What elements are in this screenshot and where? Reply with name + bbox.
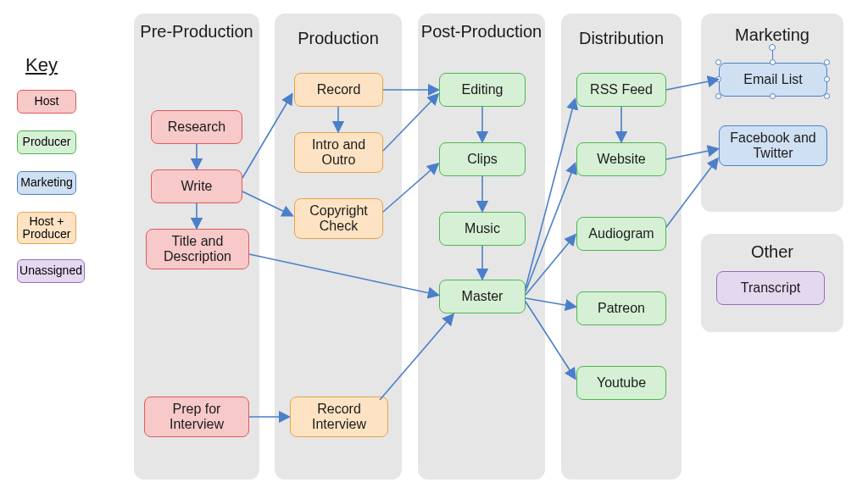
node-fbtwitter[interactable]: Facebook and Twitter (719, 125, 827, 166)
key-marketing: Marketing (17, 171, 76, 195)
node-rssfeed[interactable]: RSS Feed (576, 73, 666, 107)
selection-handle-w[interactable] (715, 76, 721, 82)
node-copyright[interactable]: Copyright Check (294, 198, 383, 239)
key-producer: Producer (17, 130, 76, 154)
selection-handle-se[interactable] (824, 93, 830, 99)
selection-rotate-handle[interactable] (769, 44, 776, 51)
key-title: Key (25, 54, 58, 76)
node-youtube[interactable]: Youtube (576, 366, 666, 400)
node-recordint[interactable]: Record Interview (290, 396, 388, 437)
node-titledesc[interactable]: Title and Description (146, 229, 249, 269)
node-introoutro[interactable]: Intro and Outro (294, 132, 383, 173)
node-editing[interactable]: Editing (439, 73, 526, 107)
col-title-dist: Distribution (561, 29, 682, 47)
selection-handle-nw[interactable] (715, 59, 721, 65)
selection-handle-s[interactable] (770, 93, 776, 99)
node-research[interactable]: Research (151, 110, 242, 144)
node-transcript[interactable]: Transcript (716, 271, 825, 305)
col-title-preprod: Pre-Production (134, 22, 259, 41)
node-website[interactable]: Website (576, 142, 666, 176)
col-title-postprod: Post-Production (418, 22, 545, 41)
node-music[interactable]: Music (439, 212, 526, 246)
node-master[interactable]: Master (439, 280, 526, 313)
node-record[interactable]: Record (294, 73, 383, 107)
selection-handle-n[interactable] (770, 59, 776, 65)
key-hostprod: Host + Producer (17, 212, 76, 244)
node-patreon[interactable]: Patreon (576, 291, 666, 325)
key-unassigned: Unassigned (17, 259, 85, 283)
col-title-other: Other (701, 242, 843, 261)
selection-handle-e[interactable] (824, 76, 830, 82)
node-prepint[interactable]: Prep for Interview (144, 396, 249, 437)
col-title-mkt: Marketing (701, 25, 843, 44)
selection-handle-ne[interactable] (824, 59, 830, 65)
node-clips[interactable]: Clips (439, 142, 526, 176)
node-write[interactable]: Write (151, 169, 242, 203)
col-title-prod: Production (275, 29, 402, 47)
node-audiogram[interactable]: Audiogram (576, 217, 666, 251)
node-emaillist[interactable]: Email List (719, 63, 827, 97)
selection-handle-sw[interactable] (715, 93, 721, 99)
key-host: Host (17, 90, 76, 114)
